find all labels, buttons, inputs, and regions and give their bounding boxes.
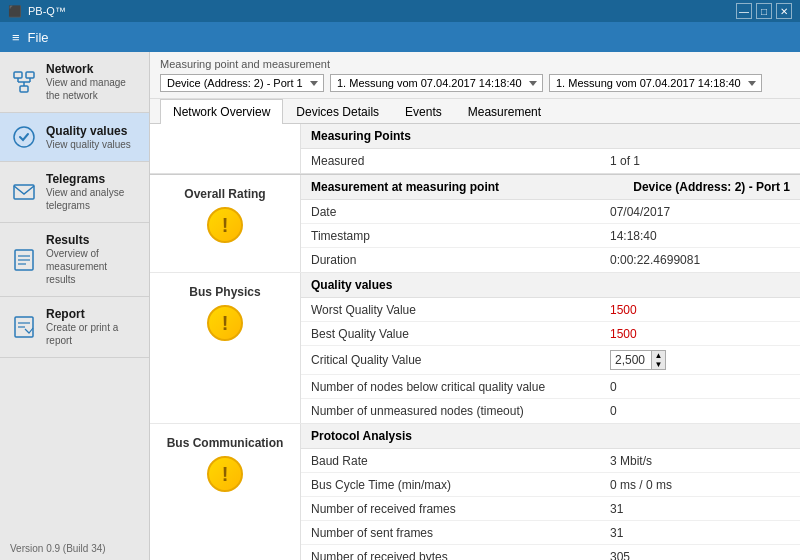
sidebar-results-subtitle: Overview of measurement results <box>46 247 139 286</box>
spinbox-down[interactable]: ▼ <box>651 360 665 369</box>
bus-cycle-row: Bus Cycle Time (min/max) 0 ms / 0 ms <box>301 473 800 497</box>
bus-cycle-label: Bus Cycle Time (min/max) <box>301 473 600 496</box>
best-quality-label: Best Quality Value <box>301 322 600 345</box>
worst-quality-value: 1500 <box>600 298 800 321</box>
bus-communication-icon: ! <box>207 456 243 492</box>
sidebar-results-title: Results <box>46 233 139 247</box>
tabs-bar: Network Overview Devices Details Events … <box>150 99 800 124</box>
timestamp-label: Timestamp <box>301 224 600 247</box>
unmeasured-nodes-value: 0 <box>600 399 800 423</box>
sidebar-item-telegrams[interactable]: Telegrams View and analyse telegrams <box>0 162 149 223</box>
received-frames-value: 31 <box>600 497 800 520</box>
sidebar-item-report[interactable]: Report Create or print a report <box>0 297 149 358</box>
bus-physics-content: Quality values Worst Quality Value 1500 … <box>300 273 800 423</box>
file-menu[interactable]: File <box>28 30 49 45</box>
sidebar-telegrams-subtitle: View and analyse telegrams <box>46 186 139 212</box>
app-title: PB-Q™ <box>28 5 66 17</box>
critical-quality-value: 2,500 ▲ ▼ <box>600 346 800 374</box>
measuring-points-section: Measuring Points Measured 1 of 1 <box>150 124 800 175</box>
bus-physics-label-col: Bus Physics ! <box>150 273 300 423</box>
sidebar-item-quality[interactable]: Quality values View quality values <box>0 113 149 162</box>
measuring-bar-controls: Device (Address: 2) - Port 1 1. Messung … <box>160 74 790 92</box>
bus-physics-label: Bus Physics <box>189 285 260 299</box>
received-frames-row: Number of received frames 31 <box>301 497 800 521</box>
sidebar-report-title: Report <box>46 307 139 321</box>
overall-rating-subheader-right: Device (Address: 2) - Port 1 <box>633 180 790 194</box>
sidebar-item-results[interactable]: Results Overview of measurement results <box>0 223 149 297</box>
table-content: Measuring Points Measured 1 of 1 Overall… <box>150 124 800 560</box>
tab-devices-details[interactable]: Devices Details <box>283 99 392 124</box>
close-button[interactable]: ✕ <box>776 3 792 19</box>
critical-quality-spinbox[interactable]: 2,500 ▲ ▼ <box>610 350 666 370</box>
title-bar: ⬛ PB-Q™ — □ ✕ <box>0 0 800 22</box>
window-controls[interactable]: — □ ✕ <box>736 3 792 19</box>
critical-quality-label: Critical Quality Value <box>301 346 600 374</box>
overall-rating-content: Measurement at measuring point Device (A… <box>300 175 800 272</box>
maximize-button[interactable]: □ <box>756 3 772 19</box>
best-quality-row: Best Quality Value 1500 <box>301 322 800 346</box>
duration-label: Duration <box>301 248 600 272</box>
spinbox-value: 2,500 <box>611 352 651 368</box>
network-icon <box>10 68 38 96</box>
svg-point-7 <box>14 127 34 147</box>
sent-frames-label: Number of sent frames <box>301 521 600 544</box>
menu-bar[interactable]: ≡ File <box>0 22 800 52</box>
tab-events[interactable]: Events <box>392 99 455 124</box>
results-icon <box>10 246 38 274</box>
bus-physics-section: Bus Physics ! Quality values Worst Quali… <box>150 273 800 424</box>
overall-rating-icon: ! <box>207 207 243 243</box>
received-frames-label: Number of received frames <box>301 497 600 520</box>
tab-measurement[interactable]: Measurement <box>455 99 554 124</box>
timestamp-row: Timestamp 14:18:40 <box>301 224 800 248</box>
nodes-below-row: Number of nodes below critical quality v… <box>301 375 800 399</box>
svg-rect-0 <box>14 72 22 78</box>
bus-communication-section: Bus Communication ! Protocol Analysis Ba… <box>150 424 800 560</box>
sent-frames-value: 31 <box>600 521 800 544</box>
menu-icon: ≡ <box>12 30 20 45</box>
measurement-select-2[interactable]: 1. Messung vom 07.04.2017 14:18:40 <box>549 74 762 92</box>
sidebar-quality-title: Quality values <box>46 124 139 138</box>
unmeasured-nodes-row: Number of unmeasured nodes (timeout) 0 <box>301 399 800 423</box>
device-select[interactable]: Device (Address: 2) - Port 1 <box>160 74 324 92</box>
date-row: Date 07/04/2017 <box>301 200 800 224</box>
measurement-select-1[interactable]: 1. Messung vom 07.04.2017 14:18:40 <box>330 74 543 92</box>
best-quality-value: 1500 <box>600 322 800 345</box>
duration-value: 0:00:22.4699081 <box>600 248 800 272</box>
baud-rate-row: Baud Rate 3 Mbit/s <box>301 449 800 473</box>
svg-rect-2 <box>20 86 28 92</box>
nodes-below-label: Number of nodes below critical quality v… <box>301 375 600 398</box>
critical-quality-row: Critical Quality Value 2,500 ▲ ▼ <box>301 346 800 375</box>
overall-rating-subheader: Measurement at measuring point <box>311 180 499 194</box>
bus-communication-subheader: Protocol Analysis <box>311 429 412 443</box>
minimize-button[interactable]: — <box>736 3 752 19</box>
bus-communication-label-col: Bus Communication ! <box>150 424 300 560</box>
quality-icon <box>10 123 38 151</box>
bus-physics-icon: ! <box>207 305 243 341</box>
spinbox-up[interactable]: ▲ <box>651 351 665 360</box>
spinbox-buttons: ▲ ▼ <box>651 351 665 369</box>
overall-rating-label-col: Overall Rating ! <box>150 175 300 272</box>
bus-communication-content: Protocol Analysis Baud Rate 3 Mbit/s Bus… <box>300 424 800 560</box>
overall-rating-header: Measurement at measuring point Device (A… <box>301 175 800 200</box>
overall-rating-label: Overall Rating <box>184 187 265 201</box>
sidebar-quality-subtitle: View quality values <box>46 138 139 151</box>
sidebar-item-network[interactable]: Network View and manage the network <box>0 52 149 113</box>
sidebar-network-subtitle: View and manage the network <box>46 76 139 102</box>
unmeasured-nodes-label: Number of unmeasured nodes (timeout) <box>301 399 600 423</box>
sidebar-telegrams-title: Telegrams <box>46 172 139 186</box>
nodes-below-value: 0 <box>600 375 800 398</box>
baud-rate-value: 3 Mbit/s <box>600 449 800 472</box>
tab-network-overview[interactable]: Network Overview <box>160 99 283 124</box>
worst-quality-row: Worst Quality Value 1500 <box>301 298 800 322</box>
bus-cycle-value: 0 ms / 0 ms <box>600 473 800 496</box>
received-bytes-label: Number of received bytes <box>301 545 600 560</box>
svg-rect-1 <box>26 72 34 78</box>
telegrams-icon <box>10 178 38 206</box>
baud-rate-label: Baud Rate <box>301 449 600 472</box>
duration-row: Duration 0:00:22.4699081 <box>301 248 800 272</box>
received-bytes-row: Number of received bytes 305 <box>301 545 800 560</box>
version-label: Version 0.9 (Build 34) <box>0 537 149 560</box>
content-area: Measuring point and measurement Device (… <box>150 52 800 560</box>
bus-physics-subheader: Quality values <box>311 278 392 292</box>
sidebar-network-title: Network <box>46 62 139 76</box>
